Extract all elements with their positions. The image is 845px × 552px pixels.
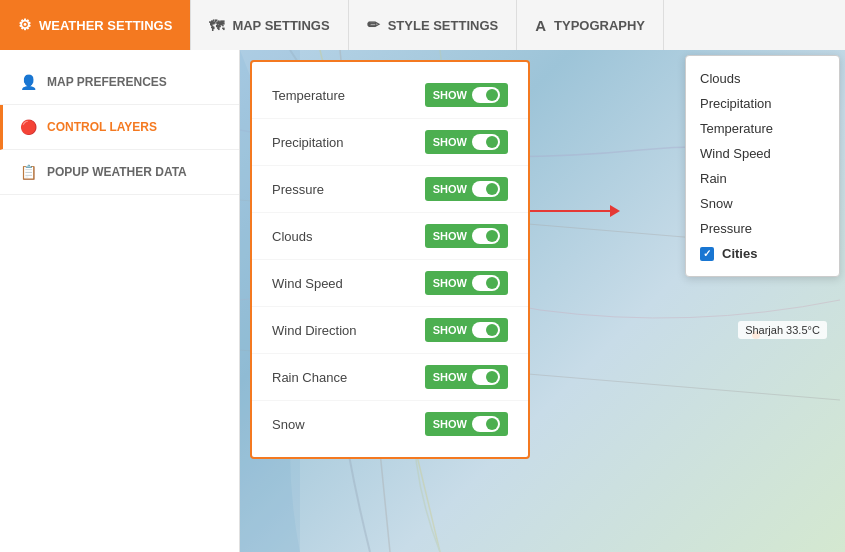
sidebar-control-layers-label: CONTROL LAYERS — [47, 120, 157, 134]
clouds-switch — [472, 228, 500, 244]
setting-row-pressure: Pressure SHOW — [252, 166, 528, 213]
temperature-switch — [472, 87, 500, 103]
snow-switch — [472, 416, 500, 432]
setting-row-wind-direction: Wind Direction SHOW — [252, 307, 528, 354]
wind-direction-show-text: SHOW — [433, 324, 467, 336]
clouds-label: Clouds — [272, 229, 312, 244]
clouds-show-text: SHOW — [433, 230, 467, 242]
dropdown-item-precipitation[interactable]: Precipitation — [686, 91, 839, 116]
pressure-switch — [472, 181, 500, 197]
sidebar-item-control-layers[interactable]: 🔴 CONTROL LAYERS — [0, 105, 239, 150]
dropdown-item-temperature[interactable]: Temperature — [686, 116, 839, 141]
sidebar-item-map-preferences[interactable]: 👤 MAP PREFERENCES — [0, 60, 239, 105]
top-navigation: ⚙ WEATHER SETTINGS 🗺 MAP SETTINGS ✏ STYL… — [0, 0, 845, 50]
precipitation-label: Precipitation — [272, 135, 344, 150]
wind-direction-label: Wind Direction — [272, 323, 357, 338]
setting-row-rain-chance: Rain Chance SHOW — [252, 354, 528, 401]
setting-row-snow: Snow SHOW — [252, 401, 528, 447]
wind-speed-show-text: SHOW — [433, 277, 467, 289]
setting-row-clouds: Clouds SHOW — [252, 213, 528, 260]
dropdown-item-cities[interactable]: ✓ Cities — [686, 241, 839, 266]
control-panel: Fujairah 33.1°C Sharjah 33.5°C Temperatu… — [240, 50, 845, 552]
temperature-show-text: SHOW — [433, 89, 467, 101]
dropdown-cities-label: Cities — [722, 246, 757, 261]
map-preferences-icon: 👤 — [20, 74, 37, 90]
map-label-sharjah: Sharjah 33.5°C — [738, 321, 827, 339]
precipitation-switch — [472, 134, 500, 150]
tab-map-label: MAP SETTINGS — [232, 18, 329, 33]
wind-direction-toggle[interactable]: SHOW — [425, 318, 508, 342]
precipitation-show-text: SHOW — [433, 136, 467, 148]
rain-chance-toggle[interactable]: SHOW — [425, 365, 508, 389]
sidebar-popup-weather-label: POPUP WEATHER DATA — [47, 165, 187, 179]
dropdown-item-rain[interactable]: Rain — [686, 166, 839, 191]
rain-chance-show-text: SHOW — [433, 371, 467, 383]
rain-chance-label: Rain Chance — [272, 370, 347, 385]
wind-speed-toggle[interactable]: SHOW — [425, 271, 508, 295]
setting-row-temperature: Temperature SHOW — [252, 72, 528, 119]
sidebar-item-popup-weather[interactable]: 📋 POPUP WEATHER DATA — [0, 150, 239, 195]
arrow-head — [610, 205, 620, 217]
setting-row-precipitation: Precipitation SHOW — [252, 119, 528, 166]
popup-weather-icon: 📋 — [20, 164, 37, 180]
snow-toggle[interactable]: SHOW — [425, 412, 508, 436]
wind-direction-switch — [472, 322, 500, 338]
tab-style-settings[interactable]: ✏ STYLE SETTINGS — [349, 0, 518, 50]
tab-weather-settings[interactable]: ⚙ WEATHER SETTINGS — [0, 0, 191, 50]
tab-weather-label: WEATHER SETTINGS — [39, 18, 172, 33]
arrow-indicator — [530, 205, 620, 217]
setting-row-wind-speed: Wind Speed SHOW — [252, 260, 528, 307]
dropdown-item-snow[interactable]: Snow — [686, 191, 839, 216]
pressure-show-text: SHOW — [433, 183, 467, 195]
sidebar-map-preferences-label: MAP PREFERENCES — [47, 75, 167, 89]
dropdown-item-pressure[interactable]: Pressure — [686, 216, 839, 241]
tab-style-label: STYLE SETTINGS — [388, 18, 499, 33]
temperature-label: Temperature — [272, 88, 345, 103]
wind-speed-switch — [472, 275, 500, 291]
tab-typography[interactable]: A TYPOGRAPHY — [517, 0, 664, 50]
settings-box: Temperature SHOW Precipitation SHOW Pres… — [250, 60, 530, 459]
sidebar: 👤 MAP PREFERENCES 🔴 CONTROL LAYERS 📋 POP… — [0, 50, 240, 552]
main-content: 👤 MAP PREFERENCES 🔴 CONTROL LAYERS 📋 POP… — [0, 50, 845, 552]
precipitation-toggle[interactable]: SHOW — [425, 130, 508, 154]
cities-checkbox[interactable]: ✓ — [700, 247, 714, 261]
control-layers-icon: 🔴 — [20, 119, 37, 135]
clouds-toggle[interactable]: SHOW — [425, 224, 508, 248]
rain-chance-switch — [472, 369, 500, 385]
temperature-toggle[interactable]: SHOW — [425, 83, 508, 107]
dropdown-item-clouds[interactable]: Clouds — [686, 66, 839, 91]
weather-settings-icon: ⚙ — [18, 16, 31, 34]
tab-typography-label: TYPOGRAPHY — [554, 18, 645, 33]
map-settings-icon: 🗺 — [209, 17, 224, 34]
snow-show-text: SHOW — [433, 418, 467, 430]
pressure-label: Pressure — [272, 182, 324, 197]
tab-map-settings[interactable]: 🗺 MAP SETTINGS — [191, 0, 348, 50]
dropdown-popup: Clouds Precipitation Temperature Wind Sp… — [685, 55, 840, 277]
typography-icon: A — [535, 17, 546, 34]
pressure-toggle[interactable]: SHOW — [425, 177, 508, 201]
arrow-shaft — [530, 210, 610, 212]
snow-label: Snow — [272, 417, 305, 432]
wind-speed-label: Wind Speed — [272, 276, 343, 291]
style-settings-icon: ✏ — [367, 16, 380, 34]
dropdown-item-wind-speed[interactable]: Wind Speed — [686, 141, 839, 166]
